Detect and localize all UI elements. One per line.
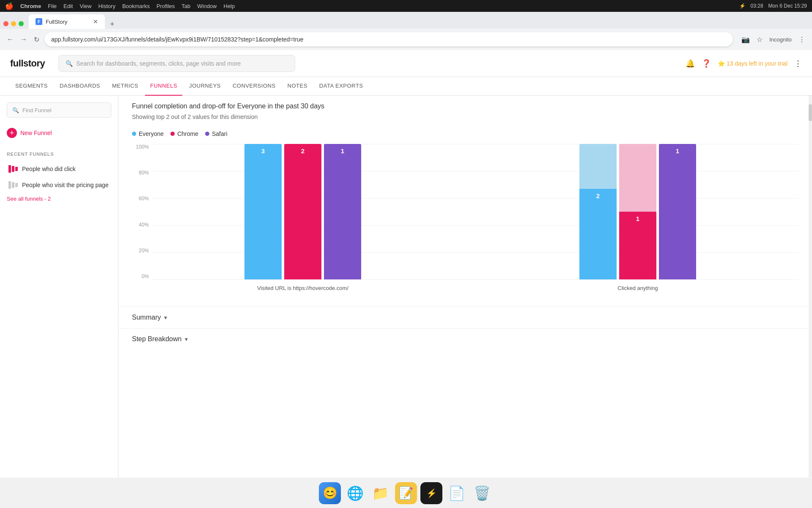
search-icon: 🔍 [66, 60, 73, 67]
step-breakdown-header[interactable]: Step Breakdown ▾ [132, 335, 798, 343]
profile-icon[interactable]: Incognito [768, 35, 793, 44]
nav-notes[interactable]: NOTES [283, 77, 313, 96]
reload-btn[interactable]: ↻ [32, 34, 41, 45]
step-breakdown-section: Step Breakdown ▾ [118, 328, 812, 350]
bar-label-step2-chrome: 1 [636, 215, 639, 222]
forward-btn[interactable]: → [19, 34, 29, 45]
dock-files[interactable]: 📁 [370, 482, 392, 504]
bookmark-icon[interactable]: ☆ [755, 34, 764, 45]
nav-data-exports[interactable]: DATA EXPORTS [314, 77, 368, 96]
see-all-funnels-link[interactable]: See all funnels - 2 [7, 196, 111, 202]
legend-label-safari: Safari [212, 130, 228, 137]
summary-header[interactable]: Summary ▾ [132, 314, 798, 321]
bar-step2-safari[interactable]: 1 [659, 144, 696, 279]
nav-journeys[interactable]: JOURNEYS [184, 77, 226, 96]
x-label-step1: Visited URL is https://hovercode.com/ [152, 279, 453, 296]
help-btn[interactable]: ❓ [702, 59, 711, 68]
dock-app5[interactable]: 📄 [446, 482, 468, 504]
bar-step2-chrome-wrapper[interactable]: 1 [619, 144, 656, 279]
dock-chrome[interactable]: 🌐 [344, 482, 366, 504]
dock-app5-icon: 📄 [448, 485, 465, 501]
menu-dots-icon[interactable]: ⋮ [797, 34, 807, 45]
dock-trash-icon: 🗑️ [474, 485, 491, 501]
nav-funnels[interactable]: FUNNELS [145, 77, 182, 96]
window-maximize-btn[interactable] [19, 21, 24, 26]
y-label-100: 100% [136, 144, 149, 150]
step-breakdown-title: Step Breakdown [132, 335, 181, 343]
find-funnel-input[interactable]: 🔍 Find Funnel [7, 102, 111, 118]
back-btn[interactable]: ← [5, 34, 15, 45]
menu-profiles[interactable]: Profiles [156, 3, 175, 9]
menu-tab[interactable]: Tab [181, 3, 190, 9]
funnel-item-0[interactable]: People who did click [7, 162, 111, 176]
menu-file[interactable]: File [48, 3, 57, 9]
y-label-40: 40% [139, 222, 149, 228]
nav-bar: SEGMENTS DASHBOARDS METRICS FUNNELS JOUR… [0, 77, 812, 96]
y-axis: 100% 80% 60% 40% 20% 0% [132, 144, 152, 279]
url-bar[interactable]: app.fullstory.com/ui/173GXJ/funnels/deta… [44, 32, 733, 47]
scrollbar[interactable] [809, 96, 812, 508]
dock-files-icon: 📁 [372, 485, 389, 501]
bar-step2-everyone-wrapper[interactable]: 2 [579, 144, 617, 279]
bar-step1-everyone[interactable]: 3 [244, 144, 282, 279]
content-header: Funnel completion and drop-off for Every… [118, 96, 812, 120]
x-label-step1-text: Visited URL is https://hovercode.com/ [257, 285, 348, 291]
bar-step1-chrome[interactable]: 2 [284, 144, 321, 279]
funnel-icon-inactive [8, 181, 18, 189]
funnel-name-0: People who did click [22, 166, 76, 172]
summary-title: Summary [132, 314, 161, 321]
new-funnel-button[interactable]: + New Funnel [7, 124, 111, 141]
search-bar[interactable]: 🔍 Search for dashboards, segments, click… [58, 55, 295, 72]
active-app-name: Chrome [20, 3, 41, 9]
bar-step1-safari[interactable]: 1 [324, 144, 361, 279]
menu-help[interactable]: Help [224, 3, 235, 9]
apple-menu-icon[interactable]: 🍎 [5, 2, 14, 10]
step-breakdown-chevron-icon: ▾ [185, 336, 188, 342]
showing-text: Showing top 2 out of 2 values for this d… [132, 113, 798, 120]
window-close-btn[interactable] [3, 21, 8, 26]
tab-close-btn[interactable]: ✕ [93, 18, 98, 25]
menu-view[interactable]: View [80, 3, 91, 9]
dock-finder[interactable]: 😊 [319, 482, 341, 504]
nav-segments[interactable]: SEGMENTS [10, 77, 53, 96]
x-label-step2: Clicked anything [487, 279, 788, 296]
find-funnel-placeholder: Find Funnel [22, 107, 52, 113]
menu-bookmarks[interactable]: Bookmarks [122, 3, 150, 9]
new-funnel-label: New Funnel [20, 130, 52, 136]
browser-address-bar: ← → ↻ app.fullstory.com/ui/173GXJ/funnel… [0, 29, 812, 50]
dock-terminal[interactable]: ⚡ [420, 482, 442, 504]
nav-conversions[interactable]: CONVERSIONS [228, 77, 281, 96]
menu-edit[interactable]: Edit [63, 3, 73, 9]
new-tab-btn[interactable]: + [107, 20, 118, 29]
dock-trash[interactable]: 🗑️ [471, 482, 493, 504]
macos-topbar: 🍎 Chrome File Edit View History Bookmark… [0, 0, 812, 12]
notifications-btn[interactable]: 🔔 [686, 59, 695, 68]
browser-tabs-bar: F FullStory ✕ + [0, 12, 812, 29]
chart-legend: Everyone Chrome Safari [118, 127, 812, 144]
nav-metrics[interactable]: METRICS [107, 77, 143, 96]
more-options-btn[interactable]: ⋮ [794, 59, 802, 68]
nav-dashboards[interactable]: DASHBOARDS [55, 77, 105, 96]
battery-time: 03:28 [751, 3, 763, 9]
legend-label-everyone: Everyone [139, 130, 164, 137]
trial-badge: ⭐ 13 days left in your trial [718, 60, 787, 67]
funnel-item-1[interactable]: People who visit the pricing page [7, 178, 111, 192]
dock-notes[interactable]: 📝 [395, 482, 417, 504]
menu-history[interactable]: History [98, 3, 115, 9]
y-label-20: 20% [139, 248, 149, 254]
y-label-80: 80% [139, 170, 149, 176]
app-logo[interactable]: fullstory [10, 58, 45, 69]
legend-label-chrome: Chrome [177, 130, 198, 137]
header-actions: 🔔 ❓ ⭐ 13 days left in your trial ⋮ [686, 59, 802, 68]
browser-tab-active[interactable]: F FullStory ✕ [29, 14, 105, 29]
camera-icon[interactable]: 📷 [740, 34, 752, 45]
scrollbar-thumb[interactable] [809, 104, 812, 121]
menu-window[interactable]: Window [197, 3, 217, 9]
main-layout: 🔍 Find Funnel + New Funnel RECENT FUNNEL… [0, 96, 812, 508]
legend-safari: Safari [205, 130, 228, 137]
window-minimize-btn[interactable] [11, 21, 16, 26]
funnel-subtitle: Funnel completion and drop-off for Every… [132, 102, 798, 110]
bar-label-step1-chrome: 2 [301, 147, 304, 155]
bar-step2-chrome-dropoff [619, 144, 656, 212]
tab-title: FullStory [46, 19, 67, 25]
